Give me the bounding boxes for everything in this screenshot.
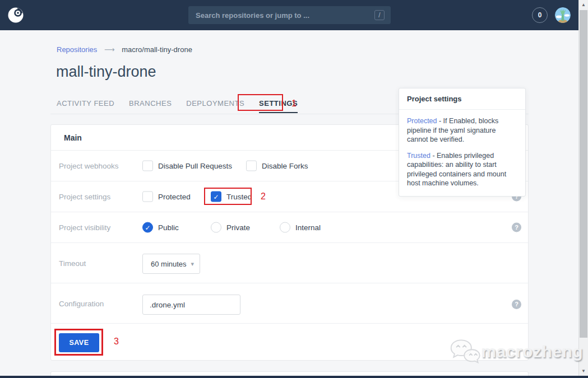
public-option[interactable]: ✓ Public <box>142 222 179 233</box>
configuration-help-icon[interactable]: ? <box>512 300 521 309</box>
disable-forks-checkbox[interactable] <box>246 161 257 171</box>
checkmark-icon: ✓ <box>213 193 219 200</box>
chevron-down-icon: ▾ <box>191 260 194 268</box>
protected-link[interactable]: Protected <box>407 117 437 125</box>
project-visibility-label: Project visibility <box>59 223 110 232</box>
protected-option[interactable]: Protected <box>142 192 191 202</box>
scrollbar-thumb[interactable] <box>580 10 587 338</box>
configuration-input[interactable] <box>142 295 240 315</box>
disable-pull-requests-checkbox[interactable] <box>142 161 153 171</box>
tooltip-body: Protected - If Enabled, blocks pipeline … <box>399 110 525 196</box>
configuration-label: Configuration <box>59 299 104 307</box>
slash-shortcut-key: / <box>374 10 385 20</box>
checkmark-icon: ✓ <box>145 223 150 231</box>
tab-deployments[interactable]: DEPLOYMENTS <box>186 95 244 114</box>
top-navigation-bar: / 0 <box>0 0 578 30</box>
drone-logo-icon[interactable] <box>7 7 24 24</box>
search-input[interactable] <box>188 6 391 24</box>
tooltip-protected-text: Protected - If Enabled, blocks pipeline … <box>407 116 517 144</box>
public-radio[interactable]: ✓ <box>142 222 153 233</box>
trusted-option[interactable]: ✓ Trusted <box>211 192 252 202</box>
tooltip-trusted-text: Trusted - Enables privileged capabilitie… <box>407 151 517 188</box>
disable-forks-option[interactable]: Disable Forks <box>246 161 308 171</box>
tooltip-title: Project settings <box>399 88 525 110</box>
drone-settings-page: / 0 Repositories ⟶ macro/mall-tiny-drone… <box>0 0 588 378</box>
save-row: SAVE <box>51 324 528 361</box>
trusted-checkbox[interactable]: ✓ <box>211 192 221 202</box>
notification-badge[interactable]: 0 <box>532 7 548 23</box>
vertical-scrollbar[interactable]: ▲ ▼ <box>578 0 588 378</box>
scroll-down-arrow-icon[interactable]: ▼ <box>579 368 588 374</box>
configuration-row: Configuration ? <box>51 283 528 324</box>
private-option[interactable]: Private <box>211 222 250 233</box>
page-title: mall-tiny-drone <box>56 63 156 81</box>
project-visibility-help-icon[interactable]: ? <box>512 223 521 232</box>
private-radio[interactable] <box>211 222 221 233</box>
tab-settings[interactable]: SETTINGS <box>259 95 298 114</box>
timeout-select[interactable]: 60 minutes ▾ <box>142 254 200 274</box>
user-avatar[interactable] <box>555 7 571 23</box>
project-settings-tooltip: Project settings Protected - If Enabled,… <box>399 88 526 197</box>
save-button[interactable]: SAVE <box>59 333 99 352</box>
search-box: / <box>188 6 391 24</box>
timeout-row: Timeout 60 minutes ▾ <box>51 243 528 283</box>
disable-pull-requests-option[interactable]: Disable Pull Requests <box>142 161 232 171</box>
scroll-up-arrow-icon[interactable]: ▲ <box>579 2 588 7</box>
breadcrumb: Repositories ⟶ macro/mall-tiny-drone <box>57 45 192 54</box>
internal-option[interactable]: Internal <box>280 222 321 233</box>
project-settings-label: Project settings <box>59 193 110 201</box>
breadcrumb-current: macro/mall-tiny-drone <box>122 45 192 54</box>
breadcrumb-arrow-icon: ⟶ <box>104 45 115 54</box>
bottom-edge-strip <box>0 376 588 378</box>
project-visibility-row: Project visibility ✓ Public Private Inte… <box>51 212 528 243</box>
tab-activity-feed[interactable]: ACTIVITY FEED <box>57 95 114 114</box>
trusted-link[interactable]: Trusted <box>407 152 430 160</box>
protected-checkbox[interactable] <box>142 192 153 202</box>
breadcrumb-repositories-link[interactable]: Repositories <box>57 45 97 54</box>
internal-radio[interactable] <box>280 222 290 233</box>
tab-branches[interactable]: BRANCHES <box>129 95 172 114</box>
project-webhooks-label: Project webhooks <box>59 162 119 170</box>
timeout-label: Timeout <box>59 259 86 267</box>
